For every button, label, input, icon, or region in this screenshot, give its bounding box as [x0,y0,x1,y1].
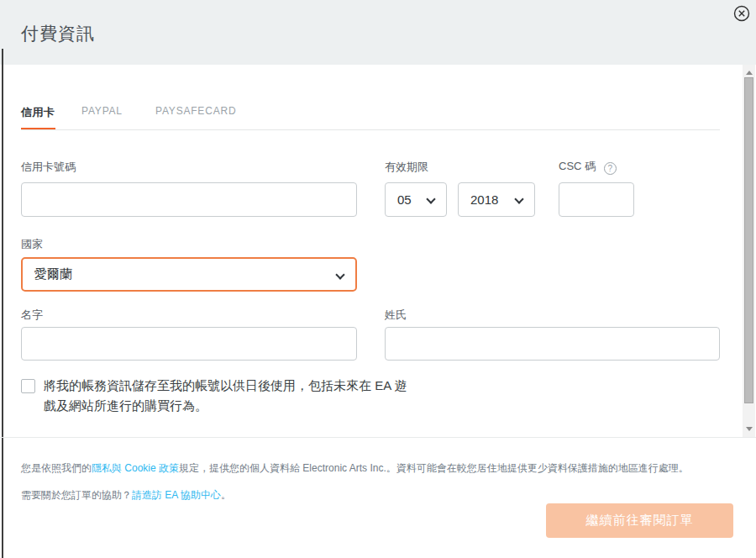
legal-text-before: 您是依照我們的 [21,462,92,474]
expiry-month-select[interactable]: 05 [385,182,447,217]
csc-input[interactable] [559,182,634,217]
scrollbar-up-arrow-icon[interactable] [746,71,753,75]
help-text-after: 。 [221,489,231,501]
privacy-policy-link[interactable]: 隱私與 Cookie 政策 [92,462,179,474]
first-name-label: 名字 [21,308,43,323]
save-payment-checkbox[interactable] [21,379,35,393]
page-title: 付費資訊 [21,22,95,45]
country-label: 國家 [21,237,43,252]
country-value: 愛爾蘭 [23,266,72,282]
country-select[interactable]: 愛爾蘭 [21,257,357,292]
expiry-year-value: 2018 [459,192,498,207]
continue-to-review-order-button[interactable]: 繼續前往審閱訂單 [546,503,733,538]
page-edge-divider [2,49,3,558]
help-text-before: 需要關於您訂單的協助？ [21,489,132,501]
tab-paypal[interactable]: PAYPAL [81,105,123,117]
footer-divider [0,437,756,438]
tabs-divider [21,129,720,130]
legal-text-after: 規定，提供您的個人資料給 Electronic Arts Inc.。資料可能會在… [179,462,689,474]
csc-label-text: CSC 碼 [559,160,596,172]
save-payment-checkbox-label: 將我的帳務資訊儲存至我的帳號以供日後使用，包括未來在 EA 遊戲及網站所進行的購… [44,376,417,416]
chevron-down-icon [514,194,523,203]
close-icon[interactable] [733,5,750,22]
card-number-input[interactable] [21,182,357,217]
expiry-label: 有效期限 [385,160,428,175]
expiry-month-value: 05 [386,192,412,207]
tab-credit-card[interactable]: 信用卡 [21,105,55,120]
ea-help-center-link[interactable]: 請造訪 EA 協助中心 [132,489,221,501]
expiry-year-select[interactable]: 2018 [458,182,535,217]
chevron-down-icon [426,194,435,203]
scrollbar-thumb[interactable] [744,77,753,403]
last-name-input[interactable] [385,327,720,361]
scrollbar-down-arrow-icon[interactable] [746,427,753,431]
privacy-legal-text: 您是依照我們的隱私與 Cookie 政策規定，提供您的個人資料給 Electro… [21,461,727,476]
last-name-label: 姓氏 [385,308,407,323]
order-help-text: 需要關於您訂單的協助？請造訪 EA 協助中心。 [21,488,441,503]
chevron-down-icon [335,270,344,279]
tab-paysafecard[interactable]: PAYSAFECARD [155,105,236,117]
first-name-input[interactable] [21,327,357,361]
card-number-label: 信用卡號碼 [21,160,76,175]
csc-help-icon[interactable]: ? [604,162,617,175]
modal-header [0,0,756,65]
csc-label: CSC 碼 ? [559,159,617,175]
payment-modal: 付費資訊 信用卡 PAYPAL PAYSAFECARD 信用卡號碼 有效期限 0… [0,0,756,558]
